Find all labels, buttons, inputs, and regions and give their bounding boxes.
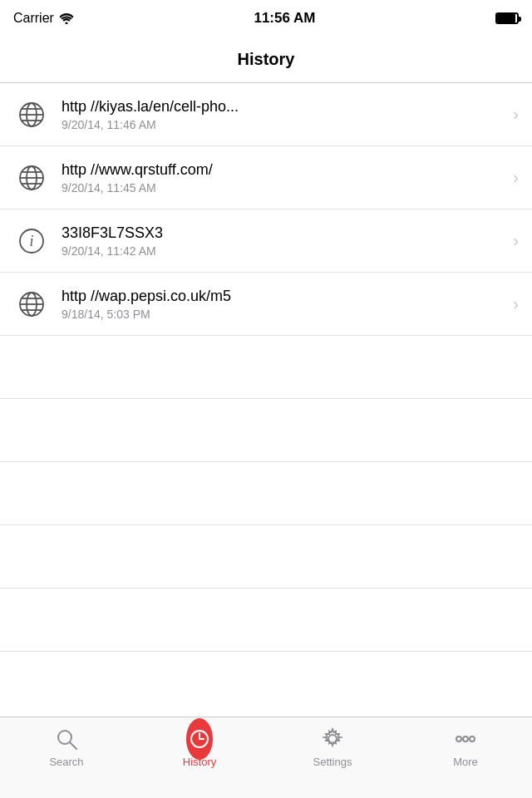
svg-point-24 [456,736,461,741]
empty-row [0,399,532,462]
item-url: http //kiyas.la/en/cell-pho... [62,98,505,116]
tab-settings-label: Settings [313,756,352,768]
globe-icon [13,286,50,323]
item-date: 9/18/14, 5:03 PM [62,308,505,321]
list-item[interactable]: http //kiyas.la/en/cell-pho... 9/20/14, … [0,83,532,146]
info-icon: i [13,223,50,259]
empty-row [0,589,532,652]
svg-point-0 [65,22,67,25]
empty-row [0,525,532,589]
settings-icon [319,726,346,752]
page-title: History [238,50,295,69]
tab-history-label: History [183,756,216,768]
more-icon [452,726,479,752]
item-date: 9/20/14, 11:45 AM [62,181,505,195]
svg-text:i: i [29,233,33,249]
svg-point-25 [463,736,468,741]
nav-bar: History [0,37,532,83]
list-item[interactable]: http //www.qrstuff.com/ 9/20/14, 11:45 A… [0,146,532,209]
chevron-icon: › [513,168,519,187]
chevron-icon: › [513,231,519,250]
tab-history[interactable]: History [133,726,266,768]
status-bar: Carrier 11:56 AM [0,0,532,37]
carrier-label: Carrier [13,11,74,26]
globe-icon [13,160,50,196]
list-item[interactable]: http //wap.pepsi.co.uk/m5 9/18/14, 5:03 … [0,273,532,336]
status-time: 11:56 AM [254,10,315,27]
battery-indicator [495,12,519,24]
chevron-icon: › [513,294,519,313]
chevron-icon: › [513,105,519,124]
tab-bar: Search History Settings [0,717,532,798]
tab-search-label: Search [49,756,83,768]
history-list: http //kiyas.la/en/cell-pho... 9/20/14, … [0,83,532,717]
item-content: 33I8F3L7SSX3 9/20/14, 11:42 AM [62,224,505,258]
list-item[interactable]: i 33I8F3L7SSX3 9/20/14, 11:42 AM › [0,209,532,273]
search-icon [53,726,80,752]
globe-icon [13,96,50,133]
item-url: http //www.qrstuff.com/ [62,161,505,179]
empty-row [0,336,532,399]
tab-more-label: More [453,756,478,768]
tab-more[interactable]: More [399,726,532,768]
wifi-icon [59,12,74,24]
item-url: 33I8F3L7SSX3 [62,224,505,242]
item-content: http //www.qrstuff.com/ 9/20/14, 11:45 A… [62,161,505,195]
tab-search[interactable]: Search [0,726,133,768]
item-content: http //kiyas.la/en/cell-pho... 9/20/14, … [62,98,505,131]
svg-point-26 [470,736,475,741]
tab-settings[interactable]: Settings [266,726,399,768]
empty-row [0,462,532,525]
item-date: 9/20/14, 11:42 AM [62,244,505,258]
svg-line-19 [70,742,76,749]
item-date: 9/20/14, 11:46 AM [62,118,505,131]
item-url: http //wap.pepsi.co.uk/m5 [62,288,505,305]
item-content: http //wap.pepsi.co.uk/m5 9/18/14, 5:03 … [62,288,505,321]
history-icon [186,726,213,752]
